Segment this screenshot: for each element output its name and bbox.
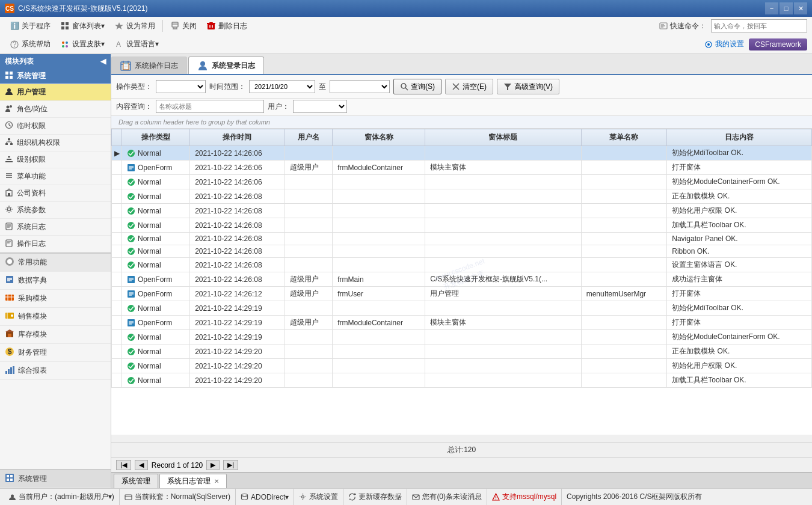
table-row[interactable]: Normal2021-10-22 14:26:06初始化ModuleContai…: [112, 175, 812, 189]
minimize-button[interactable]: −: [765, 2, 778, 14]
cell-log-content: 打开窗体: [667, 161, 812, 175]
sidebar-item-roles[interactable]: 角色/岗位: [0, 101, 111, 118]
user-select[interactable]: [293, 100, 347, 113]
sidebar-item-common[interactable]: 常用功能: [0, 252, 111, 272]
menu-delete-log[interactable]: 删除日志: [201, 19, 252, 33]
op-type-select[interactable]: Normal OpenForm: [156, 80, 206, 93]
sidebar-item-org-permission[interactable]: 组织机构权限: [0, 135, 111, 152]
tab-system-login-log[interactable]: 系统登录日志: [188, 57, 264, 74]
cell-op-type: Normal: [122, 233, 190, 245]
cell-username: [285, 189, 333, 204]
sidebar-item-sales[interactable]: 销售模块: [0, 308, 111, 326]
bottom-tab-system[interactable]: 系统管理: [114, 474, 158, 488]
th-log-content[interactable]: 日志内容: [667, 129, 812, 146]
pagination-bar: |◀ ◀ Record 1 of 120 ▶ ▶|: [111, 458, 812, 472]
check-circle-icon: [127, 234, 135, 243]
time-range-select[interactable]: 2021/10/20: [249, 80, 315, 93]
sidebar-item-reports[interactable]: 综合报表: [0, 362, 111, 380]
quick-cmd-input[interactable]: [711, 19, 807, 32]
table-row[interactable]: OpenForm2021-10-22 14:29:19超级用户frmModule…: [112, 316, 812, 330]
table-row[interactable]: Normal2021-10-22 14:26:08正在加载模块 OK.: [112, 189, 812, 204]
status-update-cache[interactable]: 更新缓存数据: [343, 489, 407, 505]
svg-point-105: [128, 222, 135, 229]
sidebar-item-op-log[interactable]: 操作日志: [0, 236, 111, 252]
status-current-account[interactable]: 当前账套：Normal(SqlServer): [120, 489, 236, 505]
table-row[interactable]: Normal2021-10-22 14:29:19初始化MdiToolbar O…: [112, 301, 812, 316]
status-ado[interactable]: ADODirect▾: [236, 489, 294, 505]
sidebar-item-data-dict[interactable]: 数据字典: [0, 272, 111, 290]
sidebar-item-menu-function[interactable]: 菜单功能: [0, 168, 111, 185]
advanced-query-button[interactable]: 高级查询(V): [497, 79, 559, 94]
th-menu-name[interactable]: 菜单名称: [581, 129, 667, 146]
close-button[interactable]: ✕: [794, 2, 807, 14]
svg-rect-80: [8, 369, 10, 374]
menu-favorite[interactable]: 设为常用: [109, 19, 160, 33]
table-row[interactable]: OpenForm2021-10-22 14:26:06超级用户frmModule…: [112, 161, 812, 175]
th-form-name[interactable]: 窗体名称: [333, 129, 425, 146]
content-input[interactable]: [156, 100, 264, 113]
tab-system-op-log[interactable]: 📋 系统操作日志: [111, 57, 187, 74]
cell-log-content: 初始化用户权限 OK.: [667, 204, 812, 218]
sidebar-item-level-permission[interactable]: 级别权限: [0, 152, 111, 168]
next-page-btn[interactable]: ▶: [206, 460, 220, 470]
th-op-time[interactable]: 操作时间: [190, 129, 285, 146]
sidebar-item-label: 销售模块: [18, 311, 47, 322]
sidebar-item-sys-params[interactable]: 系统参数: [0, 202, 111, 219]
status-sys-settings[interactable]: 系统设置: [294, 489, 343, 505]
menu-language[interactable]: A 设置语言▾: [109, 37, 164, 51]
tab-close-icon[interactable]: ✕: [214, 478, 219, 485]
time-to-select[interactable]: [330, 80, 390, 93]
check-circle-icon: [127, 333, 135, 341]
maximize-button[interactable]: □: [780, 2, 793, 14]
sidebar-collapse-icon[interactable]: ◀: [100, 57, 106, 66]
sidebar-item-system-mgr[interactable]: 系统管理: [0, 469, 111, 488]
sidebar-item-sys-log[interactable]: 系统日志: [0, 219, 111, 236]
th-op-type[interactable]: 操作类型: [122, 129, 190, 146]
sidebar-item-temp-permission[interactable]: 临时权限: [0, 118, 111, 135]
th-form-title[interactable]: 窗体标题: [425, 129, 581, 146]
table-row[interactable]: Normal2021-10-22 14:26:08加载工具栏Toolbar OK…: [112, 218, 812, 233]
menu-skin[interactable]: 设置皮肤▾: [55, 37, 109, 51]
menu-help[interactable]: ? 系统帮助: [5, 37, 55, 51]
status-current-user[interactable]: 当前用户：(admin-超级用户▾): [4, 489, 120, 505]
menu-close[interactable]: 关闭: [165, 19, 201, 33]
table-row[interactable]: Normal2021-10-22 14:26:08Navigator Panel…: [112, 233, 812, 245]
svg-point-135: [496, 499, 496, 500]
bottom-tab-log-mgmt[interactable]: 系统日志管理 ✕: [159, 474, 227, 488]
csframework-btn[interactable]: CSFramework: [749, 38, 807, 50]
cell-op-type: Normal: [122, 218, 190, 233]
sidebar-item-purchase[interactable]: 采购模块: [0, 290, 111, 308]
log-icon: [5, 222, 13, 232]
my-settings-btn[interactable]: 我的设置: [704, 39, 744, 49]
last-page-btn[interactable]: ▶|: [223, 460, 238, 470]
first-page-btn[interactable]: |◀: [116, 460, 131, 470]
table-row[interactable]: OpenForm2021-10-22 14:26:12超级用户frmUser用户…: [112, 287, 812, 301]
sidebar-group-system[interactable]: 系统管理: [0, 69, 111, 84]
menu-windows[interactable]: 窗体列表▾: [55, 19, 109, 33]
query-button[interactable]: 查询(S): [393, 79, 441, 94]
cell-menu-name: [581, 204, 667, 218]
menu-about[interactable]: ℹ️ 关于程序: [5, 19, 55, 33]
table-row[interactable]: Normal2021-10-22 14:29:20初始化用户权限 OK.: [112, 359, 812, 373]
table-row[interactable]: ▶Normal2021-10-22 14:26:06初始化MdiToolbar …: [112, 146, 812, 161]
sidebar-item-user-management[interactable]: 用户管理: [0, 84, 111, 101]
table-row[interactable]: Normal2021-10-22 14:26:08初始化用户权限 OK.: [112, 204, 812, 218]
sidebar-item-inventory[interactable]: 库存模块: [0, 326, 111, 344]
table-row[interactable]: Normal2021-10-22 14:29:19初始化ModuleContai…: [112, 330, 812, 344]
cell-op-type: OpenForm: [122, 272, 190, 287]
clear-button[interactable]: 清空(E): [445, 79, 493, 94]
status-bar: 当前用户：(admin-超级用户▾) 当前账套：Normal(SqlServer…: [0, 488, 812, 505]
th-username[interactable]: 用户名: [285, 129, 333, 146]
table-row[interactable]: Normal2021-10-22 14:29:20加载工具栏Toolbar OK…: [112, 373, 812, 388]
table-row[interactable]: Normal2021-10-22 14:26:08Ribbon OK.: [112, 245, 812, 258]
table-row[interactable]: Normal2021-10-22 14:26:08设置主窗体语言 OK.: [112, 258, 812, 272]
sidebar-item-company[interactable]: 公司资料: [0, 185, 111, 202]
help-icon: ?: [10, 40, 19, 49]
prev-page-btn[interactable]: ◀: [135, 460, 148, 470]
sidebar-item-finance[interactable]: $ 财务管理: [0, 344, 111, 362]
svg-rect-0: [61, 22, 64, 25]
status-messages[interactable]: 您有(0)条未读消息: [407, 489, 487, 505]
table-row[interactable]: Normal2021-10-22 14:29:20正在加载模块 OK.: [112, 344, 812, 359]
horizontal-scrollbar[interactable]: [111, 435, 812, 442]
table-row[interactable]: OpenForm2021-10-22 14:26:08超级用户frmMainC/…: [112, 272, 812, 287]
